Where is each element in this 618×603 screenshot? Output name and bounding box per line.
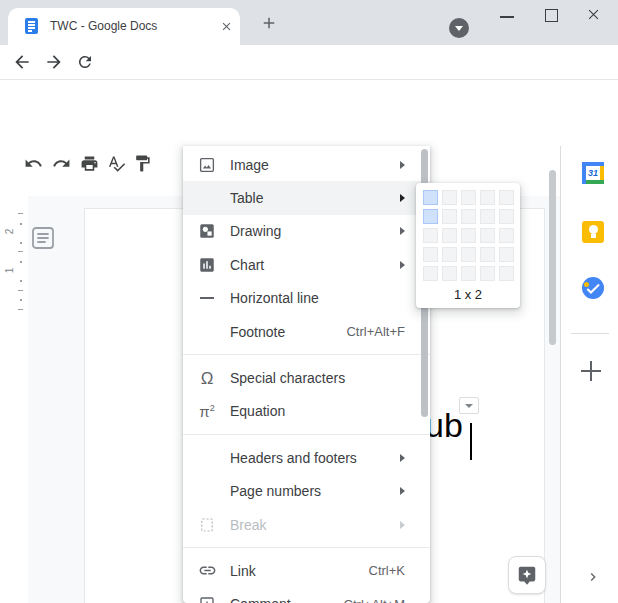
google-docs-window: TWC - Google Docs docs.google.com/docume… [0, 0, 618, 603]
back-icon[interactable] [12, 52, 32, 72]
reload-icon[interactable] [76, 53, 94, 71]
table-grid-cell[interactable] [499, 228, 514, 243]
document-scrollbar[interactable] [549, 170, 556, 345]
menu-item-comment[interactable]: Comment Ctrl+Alt+M [183, 588, 430, 603]
browser-addressbar: docs.google.com/document/d/1FiOEm2EIdLO.… [0, 45, 618, 80]
menu-item-break: Break [183, 508, 430, 541]
table-grid-cell[interactable] [442, 228, 457, 243]
text-cursor [470, 423, 472, 460]
table-grid-cell[interactable] [480, 266, 495, 281]
insert-menu: Image Table Drawing Chart Horizontal lin… [183, 146, 430, 603]
table-grid-cell[interactable] [461, 190, 476, 205]
menu-divider [183, 434, 430, 435]
table-grid-cell[interactable] [423, 247, 438, 262]
menu-item-footnote[interactable]: Footnote Ctrl+Alt+F [183, 315, 430, 348]
table-grid-cell[interactable] [480, 247, 495, 262]
tab-close-icon[interactable] [220, 20, 233, 33]
window-maximize-button[interactable] [545, 9, 558, 22]
table-grid-cell[interactable] [480, 209, 495, 224]
table-grid-cell[interactable] [442, 247, 457, 262]
new-tab-button[interactable] [260, 14, 278, 32]
menu-item-headers-footers[interactable]: Headers and footers [183, 441, 430, 474]
document-outline-icon[interactable] [31, 226, 55, 250]
docs-header: TWC File Edit View Insert Format Tools A… [0, 80, 618, 146]
table-size-picker: 1 x 2 [416, 183, 520, 308]
menu-divider [183, 354, 430, 355]
browser-titlebar: TWC - Google Docs [0, 0, 618, 45]
ruler-number: 1 [4, 264, 15, 278]
table-size-label: 1 x 2 [422, 287, 514, 302]
table-grid-cell[interactable] [423, 190, 438, 205]
redo-icon[interactable] [52, 154, 71, 173]
menu-item-page-numbers[interactable]: Page numbers [183, 475, 430, 508]
window-minimize-button[interactable] [500, 16, 514, 18]
submenu-arrow-icon [400, 227, 405, 235]
menu-item-horizontal-line[interactable]: Horizontal line [183, 282, 430, 315]
tab-search-icon[interactable] [449, 18, 469, 38]
table-grid-cell[interactable] [423, 266, 438, 281]
forward-icon[interactable] [44, 52, 64, 72]
submenu-arrow-icon [400, 194, 405, 202]
table-grid-cell[interactable] [499, 247, 514, 262]
link-icon [197, 561, 217, 581]
tab-title: TWC - Google Docs [50, 8, 157, 45]
table-grid-cell[interactable] [461, 209, 476, 224]
vertical-ruler: 2 1 [0, 196, 28, 603]
table-grid-cell[interactable] [461, 228, 476, 243]
ruler-number: 2 [4, 225, 15, 239]
table-grid-cell[interactable] [480, 190, 495, 205]
paint-format-icon[interactable] [133, 154, 152, 173]
menu-item-link[interactable]: Link Ctrl+K [183, 554, 430, 587]
submenu-arrow-icon [400, 454, 405, 462]
omega-icon: Ω [197, 368, 217, 388]
table-grid-cell[interactable] [442, 209, 457, 224]
shortcut-label: Ctrl+Alt+M [344, 597, 420, 603]
document-text[interactable]: ub [425, 406, 463, 445]
menu-item-chart[interactable]: Chart [183, 248, 430, 281]
google-keep-icon[interactable] [582, 221, 604, 243]
menu-item-special-characters[interactable]: Ω Special characters [183, 361, 430, 394]
image-icon [197, 155, 217, 175]
pi-squared-icon: π2 [197, 401, 217, 421]
table-grid-cell[interactable] [461, 266, 476, 281]
side-panel: 31 [560, 146, 618, 603]
drawing-icon [197, 221, 217, 241]
menu-item-table[interactable]: Table [183, 181, 430, 214]
menu-divider [183, 547, 430, 548]
shortcut-label: Ctrl+K [369, 563, 420, 578]
google-calendar-icon[interactable]: 31 [582, 162, 604, 184]
table-grid-cell[interactable] [461, 247, 476, 262]
bar-chart-icon [197, 255, 217, 275]
table-grid-cell[interactable] [480, 228, 495, 243]
page-break-icon [197, 515, 217, 535]
table-grid [422, 190, 514, 281]
add-comment-icon [197, 594, 217, 603]
table-grid-cell[interactable] [423, 228, 438, 243]
table-grid-cell[interactable] [423, 209, 438, 224]
docs-favicon-icon [25, 18, 38, 34]
google-tasks-icon[interactable] [582, 277, 604, 299]
menu-item-equation[interactable]: π2 Equation [183, 395, 430, 428]
spellcheck-icon[interactable] [107, 154, 126, 173]
submenu-arrow-icon [400, 487, 405, 495]
shortcut-label: Ctrl+Alt+F [346, 324, 420, 339]
side-panel-divider [571, 333, 609, 334]
table-grid-cell[interactable] [442, 266, 457, 281]
collapse-panel-chevron-icon[interactable] [585, 569, 601, 585]
print-icon[interactable] [80, 154, 99, 173]
table-grid-cell[interactable] [499, 209, 514, 224]
table-grid-cell[interactable] [499, 266, 514, 281]
table-grid-cell[interactable] [499, 190, 514, 205]
table-grid-cell[interactable] [442, 190, 457, 205]
menu-item-image[interactable]: Image [183, 148, 430, 181]
explore-star-icon [516, 564, 538, 586]
browser-tab[interactable]: TWC - Google Docs [8, 8, 240, 45]
add-addon-plus-icon[interactable] [581, 361, 601, 381]
menu-item-drawing[interactable]: Drawing [183, 215, 430, 248]
window-close-button[interactable] [586, 7, 601, 22]
undo-icon[interactable] [24, 154, 43, 173]
submenu-arrow-icon [400, 261, 405, 269]
submenu-arrow-icon [400, 161, 405, 169]
explore-button[interactable] [508, 556, 546, 594]
horizontal-line-icon [197, 288, 217, 308]
